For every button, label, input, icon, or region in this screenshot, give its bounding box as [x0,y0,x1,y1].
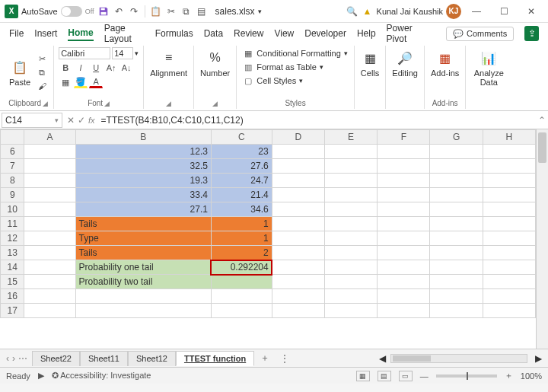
col-header-E[interactable]: E [324,130,377,145]
cell[interactable]: 23 [211,145,272,159]
page-break-view[interactable]: ▭ [399,371,413,381]
save-icon[interactable] [97,5,110,18]
name-box[interactable]: C14▾ [2,113,62,128]
cell[interactable]: 1 [211,231,272,246]
cell[interactable] [75,304,211,318]
menu-home[interactable]: Home [68,26,93,41]
cell[interactable] [378,202,430,217]
col-header-B[interactable]: B [75,130,211,145]
minimize-button[interactable]: ― [464,1,489,22]
filename[interactable]: sales.xlsx ▾ [215,6,262,17]
cell[interactable] [430,174,483,188]
row-header[interactable]: 9 [1,188,24,202]
increase-font[interactable]: A↑ [104,62,118,74]
cell[interactable] [24,289,75,304]
cell[interactable]: Type [75,231,211,246]
cell[interactable]: Tails [75,217,211,231]
scroll-right[interactable]: ▶ [532,353,545,364]
cell[interactable]: 1 [211,217,272,231]
cell[interactable] [324,246,377,260]
cell[interactable] [430,217,483,231]
cell[interactable] [324,231,377,246]
share-button[interactable]: ⇪ [524,26,539,41]
cell[interactable] [24,231,75,246]
copy-mini[interactable]: ⧉ [35,66,49,78]
enter-formula-icon[interactable]: ✓ [78,115,85,126]
warning-icon[interactable]: ▲ [362,5,374,18]
sheet-tab[interactable]: TTEST function [176,351,254,366]
redo-icon[interactable]: ↷ [128,5,140,18]
cell[interactable] [378,304,430,318]
cell[interactable]: Probability two tail [75,275,211,289]
vertical-scrollbar[interactable] [536,129,548,349]
cell[interactable] [483,188,535,202]
dialog-launcher-icon[interactable]: ◢ [212,100,218,107]
cell[interactable] [324,188,377,202]
cell[interactable] [378,260,430,275]
dialog-launcher-icon[interactable]: ◢ [104,100,110,107]
dialog-launcher-icon[interactable]: ◢ [43,100,48,107]
cell[interactable] [324,275,377,289]
menu-formulas[interactable]: Formulas [155,27,193,40]
menu-insert[interactable]: Insert [34,27,57,40]
cell[interactable] [75,289,211,304]
fx-icon[interactable]: fx [88,116,95,125]
cell-styles[interactable]: ▢Cell Styles▾ [241,75,349,87]
analyze-data-button[interactable]: 📊 Analyze Data [470,47,507,88]
cell[interactable] [272,231,324,246]
row-header[interactable]: 15 [1,275,24,289]
cut-icon[interactable]: ✂ [165,5,177,18]
col-header-A[interactable]: A [24,130,75,145]
cell[interactable] [483,304,535,318]
addins-button[interactable]: ▦ Add-ins [429,47,460,79]
conditional-formatting[interactable]: ▦Conditional Formatting▾ [241,47,349,59]
sheet-tab[interactable]: Sheet11 [80,351,128,366]
formula-bar[interactable]: =TTEST(B4:B10,C4:C10,C11,C12) [98,113,536,127]
cell[interactable] [272,260,324,275]
cell[interactable] [324,202,377,217]
cell[interactable] [378,275,430,289]
cell[interactable] [430,260,483,275]
macro-icon[interactable]: ▶ [38,371,44,381]
user-avatar[interactable]: KJ [446,4,461,19]
cell[interactable] [272,188,324,202]
cell[interactable] [483,159,535,174]
zoom-out[interactable]: ― [420,371,429,381]
zoom-level[interactable]: 100% [521,371,542,381]
cells-button[interactable]: ▦ Cells [359,47,381,79]
cell[interactable]: Tails [75,246,211,260]
menu-power-pivot[interactable]: Power Pivot [387,21,425,46]
italic-button[interactable]: I [74,62,88,74]
cell[interactable] [24,159,75,174]
cell[interactable] [24,246,75,260]
cell[interactable] [24,304,75,318]
menu-file[interactable]: File [9,27,24,40]
decrease-font[interactable]: A↓ [119,62,133,74]
alignment-button[interactable]: ≡ Alignment [148,47,189,79]
cell[interactable] [430,231,483,246]
paste-button[interactable]: 📋 Paste [8,56,32,88]
cell[interactable] [211,275,272,289]
cell[interactable]: 32.5 [75,159,211,174]
cell[interactable] [272,202,324,217]
cell[interactable] [324,289,377,304]
menu-view[interactable]: View [274,27,294,40]
zoom-slider[interactable] [436,374,497,378]
add-sheet-button[interactable]: ＋ [256,352,274,365]
cell[interactable] [430,289,483,304]
cell[interactable] [378,289,430,304]
cell[interactable]: 27.6 [211,159,272,174]
row-header[interactable]: 17 [1,304,24,318]
cell[interactable] [24,145,75,159]
maximize-button[interactable]: ☐ [492,1,516,22]
cell[interactable] [430,202,483,217]
cancel-formula-icon[interactable]: ✕ [67,115,75,126]
col-header-D[interactable]: D [272,130,324,145]
cell[interactable] [211,304,272,318]
zoom-in[interactable]: ＋ [505,370,513,381]
menu-review[interactable]: Review [234,27,263,40]
font-size-select[interactable]: 14 [112,47,133,59]
undo-icon[interactable]: ↶ [113,5,125,18]
cell[interactable] [24,188,75,202]
accessibility-status[interactable]: ✪ Accessibility: Investigate [52,371,151,381]
